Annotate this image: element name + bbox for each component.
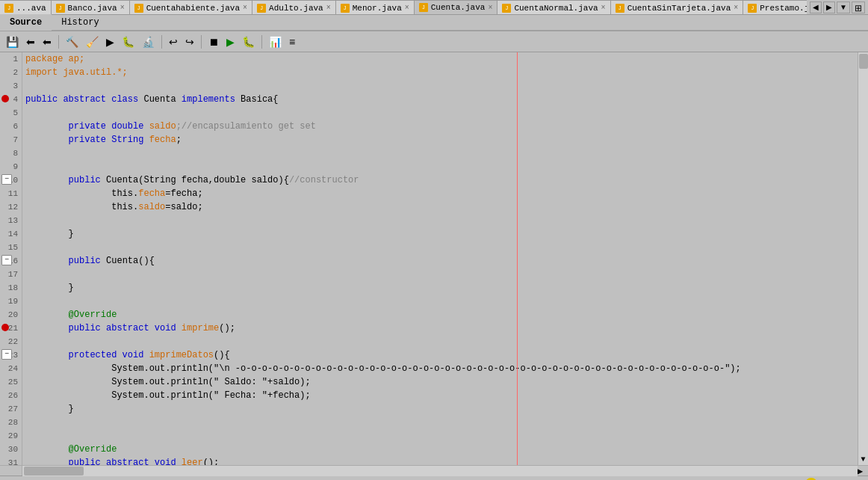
code-area[interactable]: package ap;import java.util.*; public ab… — [22, 52, 858, 465]
tab-close-btn[interactable]: × — [734, 4, 738, 12]
toolbar-clean[interactable]: 🧹 — [83, 34, 102, 50]
code-token: System.out.println(" Fecha: "+fecha); — [25, 390, 311, 401]
toolbar-back[interactable]: ⬅ — [23, 34, 38, 50]
line-number-16: 16 — [0, 254, 22, 268]
line-number-20: 20 — [0, 308, 22, 321]
line-number-8: 8 — [0, 147, 22, 160]
toolbar-stop[interactable]: ⏹ — [205, 34, 222, 50]
tab-close-btn[interactable]: × — [488, 4, 492, 12]
code-token: (); — [219, 323, 235, 333]
tab-close-btn[interactable]: × — [243, 4, 247, 12]
tab-source[interactable]: Source — [0, 14, 52, 31]
code-line-17 — [22, 268, 858, 281]
code-token: @Override — [25, 444, 117, 455]
toolbar-profiler[interactable]: 📊 — [266, 34, 285, 50]
toolbar-redo[interactable]: ↪ — [182, 34, 197, 50]
toolbar-sep-2 — [161, 35, 162, 49]
code-line-7: private String fecha; — [22, 133, 858, 147]
code-line-8 — [22, 147, 858, 160]
line-number-4: 4 — [0, 93, 22, 106]
code-token: implements — [176, 94, 241, 105]
tab-menu[interactable]: ▼ — [837, 1, 850, 13]
scrollbar-horizontal[interactable] — [22, 466, 858, 476]
tab-Prestamo-java[interactable]: JPrestamo.java× — [743, 0, 807, 14]
line-number-30: 30 — [0, 443, 22, 456]
code-line-10: public Cuenta(String fecha,double saldo)… — [22, 173, 858, 187]
tab-scroll-left[interactable]: ◀ — [810, 1, 822, 13]
toolbar-debug[interactable]: 🐛 — [239, 34, 258, 50]
tab-Cuenta-java[interactable]: JCuenta.java× — [415, 0, 498, 14]
code-line-13 — [22, 214, 858, 227]
code-token: this. — [25, 188, 138, 199]
toolbar-more[interactable]: ≡ — [286, 34, 298, 50]
tab-close-btn[interactable]: × — [601, 4, 606, 12]
tab-Cuentahabiente-java[interactable]: JCuentahabiente.java× — [130, 0, 252, 14]
java-icon: J — [616, 4, 624, 13]
tab-label: Menor.java — [353, 4, 402, 13]
tab----ava[interactable]: J...ava — [0, 0, 52, 14]
toolbar-run[interactable]: ▶ — [223, 34, 238, 50]
tab-close-btn[interactable]: × — [326, 4, 331, 12]
code-token: public — [25, 256, 106, 266]
java-icon: J — [56, 4, 65, 13]
toolbar-run-prev[interactable]: ▶ — [103, 34, 117, 50]
scrollbar-vertical[interactable]: ▼ — [858, 52, 868, 465]
code-content: package ap;import java.util.*; public ab… — [22, 52, 858, 465]
toolbar-undo[interactable]: ↩ — [166, 34, 181, 50]
notification-badge: 1 — [805, 478, 817, 481]
code-token: private double — [25, 121, 149, 132]
code-line-31: public abstract void leer(); — [22, 456, 858, 465]
tab-label: CuentaSinTarjeta.java — [627, 4, 731, 13]
tab-history[interactable]: History — [52, 14, 108, 31]
tab-label: ...ava — [16, 4, 46, 13]
tab-CuentaSinTarjeta-java[interactable]: JCuentaSinTarjeta.java× — [611, 0, 744, 14]
code-line-26: System.out.println(" Fecha: "+fecha); — [22, 389, 858, 402]
code-token: private String — [25, 135, 149, 145]
scroll-down-arrow[interactable]: ▼ — [861, 454, 865, 465]
line-number-24: 24 — [0, 362, 22, 375]
code-line-28 — [22, 416, 858, 429]
tab-Banco-java[interactable]: JBanco.java× — [52, 0, 130, 14]
tab-Adulto-java[interactable]: JAdulto.java× — [252, 0, 336, 14]
toolbar-test[interactable]: 🔬 — [139, 34, 158, 50]
code-token: public abstract void — [25, 323, 182, 333]
java-icon: J — [341, 4, 350, 13]
toolbar-save[interactable]: 💾 — [3, 34, 22, 50]
tab-CuentaNormal-java[interactable]: JCuentaNormal.java× — [497, 0, 610, 14]
toolbar-sep-3 — [201, 35, 202, 49]
tab-close-btn[interactable]: × — [405, 4, 409, 12]
code-token: (){ — [214, 350, 230, 360]
tab-restore[interactable]: ⊞ — [852, 1, 865, 13]
toolbar: 💾 ⬅ ⬅ 🔨 🧹 ▶ 🐛 🔬 ↩ ↪ ⏹ ▶ 🐛 📊 ≡ — [0, 31, 868, 52]
scroll-right[interactable]: ▶ — [858, 466, 868, 476]
code-line-18: } — [22, 281, 858, 295]
corner — [0, 466, 22, 476]
toolbar-build[interactable]: 🔨 — [63, 34, 81, 50]
tab-close-btn[interactable]: × — [120, 4, 125, 12]
code-token: } — [25, 283, 74, 293]
code-token: public abstract class — [25, 94, 143, 105]
code-token: @Override — [25, 310, 117, 320]
line-numbers: 1234567891011121314151617181920212223242… — [0, 52, 22, 465]
tab-label: Banco.java — [68, 4, 117, 13]
code-token: //constructor — [289, 175, 359, 185]
tab-label: Cuentahabiente.java — [146, 4, 240, 13]
java-icon: J — [4, 4, 13, 13]
code-token: this. — [25, 202, 138, 212]
toolbar-forward[interactable]: ⬅ — [40, 34, 55, 50]
code-token: =fecha; — [165, 188, 202, 199]
code-token: public abstract void — [25, 458, 182, 465]
toolbar-debug-prev[interactable]: 🐛 — [119, 34, 137, 50]
code-token: } — [25, 229, 74, 239]
code-token: leer — [182, 458, 203, 465]
line-number-3: 3 — [0, 79, 22, 93]
tab-Menor-java[interactable]: JMenor.java× — [336, 0, 415, 14]
line-number-10: 10 — [0, 173, 22, 187]
line-number-13: 13 — [0, 214, 22, 227]
code-token: imprimeDatos — [149, 350, 214, 360]
code-line-24: System.out.println("\n -o-o-o-o-o-o-o-o-… — [22, 362, 858, 375]
tab-scroll-right[interactable]: ▶ — [823, 1, 835, 13]
code-line-15 — [22, 241, 858, 254]
java-icon: J — [502, 4, 511, 13]
code-token: ;//encapsulamiento get set — [176, 121, 316, 132]
